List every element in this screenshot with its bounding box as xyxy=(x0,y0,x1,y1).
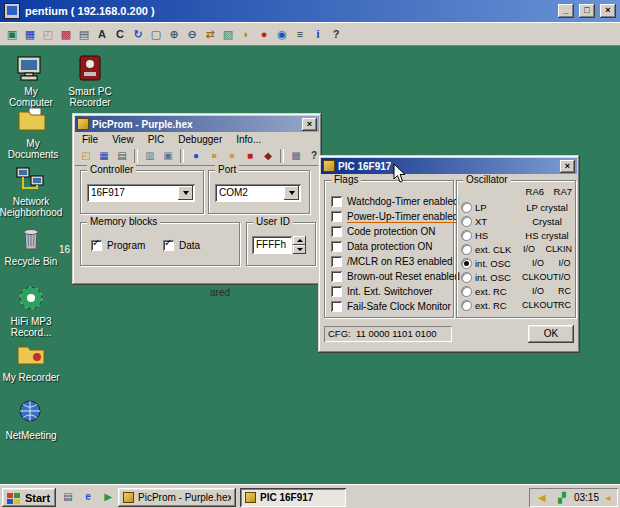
program-chip-icon[interactable]: » xyxy=(206,148,222,164)
oscillator-name: ext. RC xyxy=(475,300,519,311)
flag-checkbox[interactable] xyxy=(331,286,342,297)
close-button[interactable]: × xyxy=(600,4,616,18)
erase-chip-icon[interactable]: ◆ xyxy=(260,148,276,164)
hifi-mp3-icon xyxy=(15,282,47,314)
oscillator-radio[interactable] xyxy=(461,202,472,213)
viewer-titlebar[interactable]: pentium ( 192.168.0.200 ) _ □ × xyxy=(0,0,620,22)
fullscreen-icon[interactable]: ▢ xyxy=(148,26,164,42)
flag-checkbox[interactable] xyxy=(331,271,342,282)
file-transfer-icon[interactable]: ⇄ xyxy=(202,26,218,42)
save-file-icon[interactable]: ▦ xyxy=(96,148,112,164)
oscillator-name: int. OSC xyxy=(475,258,519,269)
ctrl-key-icon[interactable]: C xyxy=(112,26,128,42)
controller-combo[interactable]: 16F917 xyxy=(87,184,195,202)
program-checkbox[interactable] xyxy=(91,240,102,251)
oscillator-radio[interactable] xyxy=(461,216,472,227)
oscillator-radio[interactable] xyxy=(461,286,472,297)
save-connection-icon[interactable]: ▦ xyxy=(22,26,38,42)
volume-icon[interactable]: ◀ xyxy=(534,490,550,506)
internet-explorer-icon[interactable]: e xyxy=(80,489,96,505)
chat-icon[interactable]: ◗ xyxy=(238,26,254,42)
menu-file[interactable]: File xyxy=(75,133,105,146)
zoom-out-icon[interactable]: ⊖ xyxy=(184,26,200,42)
settings-icon[interactable]: ≡ xyxy=(292,26,308,42)
menu-info[interactable]: Info... xyxy=(229,133,268,146)
alt-key-icon[interactable]: A xyxy=(94,26,110,42)
open-file-icon[interactable]: ◰ xyxy=(78,148,94,164)
flag-checkbox[interactable] xyxy=(331,211,342,222)
oscillator-group-label: Oscillator xyxy=(463,174,511,186)
smart-pc-recorder-icon xyxy=(74,52,106,84)
menu-view[interactable]: View xyxy=(105,133,141,146)
start-button[interactable]: Start xyxy=(2,488,56,507)
desktop-icon-my-recorder[interactable]: My Recorder xyxy=(2,338,60,383)
task-button-pic-dialog[interactable]: PIC 16F917 xyxy=(240,488,346,507)
desktop-icon-my-documents[interactable]: My Documents xyxy=(2,104,64,160)
oscillator-radio[interactable] xyxy=(461,300,472,311)
my-recorder-icon xyxy=(15,338,47,370)
open-connection-icon[interactable]: ◰ xyxy=(40,26,56,42)
flag-checkbox[interactable] xyxy=(331,301,342,312)
verify-chip-icon[interactable]: « xyxy=(224,148,240,164)
refresh-icon[interactable]: ↻ xyxy=(130,26,146,42)
new-connection-icon[interactable]: ▣ xyxy=(4,26,20,42)
picprom-close-button[interactable]: × xyxy=(302,118,317,131)
zoom-in-icon[interactable]: ⊕ xyxy=(166,26,182,42)
menu-debugger[interactable]: Debugger xyxy=(171,133,229,146)
oscillator-radio[interactable] xyxy=(461,272,472,283)
notification-arrow-icon[interactable]: ◂ xyxy=(603,490,613,506)
ctrl-alt-del-icon[interactable]: ▩ xyxy=(58,26,74,42)
flag-row: /MCLR on RE3 enabled xyxy=(331,255,453,268)
network-status-icon[interactable]: ▞ xyxy=(554,490,570,506)
port-combo[interactable]: COM2 xyxy=(215,184,301,202)
picprom-titlebar[interactable]: PicProm - Purple.hex × xyxy=(75,116,319,132)
snapshot-icon[interactable]: ◉ xyxy=(274,26,290,42)
show-desktop-icon[interactable]: ▤ xyxy=(60,489,76,505)
media-player-icon[interactable]: ▶ xyxy=(100,489,116,505)
my-computer-icon xyxy=(15,52,47,84)
oscillator-radio[interactable] xyxy=(461,258,472,269)
task-button-picprom[interactable]: PicProm - Purple.hex xyxy=(118,488,236,507)
oscillator-radio[interactable] xyxy=(461,230,472,241)
config-chip-icon[interactable]: ▩ xyxy=(288,148,304,164)
controller-dropdown-button[interactable] xyxy=(178,186,193,200)
controller-group: Controller 16F917 xyxy=(80,170,204,214)
desktop-icon-my-computer[interactable]: My Computer xyxy=(2,52,60,108)
maximize-button[interactable]: □ xyxy=(579,4,595,18)
data-checkbox-label: Data xyxy=(179,240,200,251)
user-id-field[interactable]: FFFFh xyxy=(252,236,292,254)
menu-pic[interactable]: PIC xyxy=(141,133,172,146)
flag-checkbox[interactable] xyxy=(331,241,342,252)
oscillator-desc: Crystal xyxy=(522,216,572,227)
spin-up-button[interactable] xyxy=(293,236,306,245)
clipboard-icon[interactable]: ▧ xyxy=(220,26,236,42)
desktop-icon-smart-pc-recorder[interactable]: Smart PC Recorder xyxy=(62,52,118,108)
ctrl-esc-icon[interactable]: ▤ xyxy=(76,26,92,42)
data-checkbox[interactable] xyxy=(163,240,174,251)
minimize-button[interactable]: _ xyxy=(558,4,574,18)
desktop-icon-recycle-bin[interactable]: Recycle Bin xyxy=(2,222,60,267)
stop-icon[interactable]: ■ xyxy=(242,148,258,164)
chip-info-icon[interactable]: ▣ xyxy=(160,148,176,164)
flag-checkbox[interactable] xyxy=(331,196,342,207)
spin-down-button[interactable] xyxy=(293,245,306,254)
pic-dialog-close-button[interactable]: × xyxy=(560,160,575,173)
desktop[interactable]: My Computer Smart PC Recorder My Documen… xyxy=(0,46,620,484)
help-icon[interactable]: ? xyxy=(328,26,344,42)
oscillator-radio[interactable] xyxy=(461,244,472,255)
port-dropdown-button[interactable] xyxy=(284,186,299,200)
flag-checkbox[interactable] xyxy=(331,226,342,237)
hex-editor-icon[interactable]: ▥ xyxy=(142,148,158,164)
flag-checkbox[interactable] xyxy=(331,256,342,267)
desktop-icon-hifi-mp3[interactable]: HiFi MP3 Record... xyxy=(2,282,60,338)
record-icon[interactable]: ● xyxy=(256,26,272,42)
info-icon[interactable]: i xyxy=(310,26,326,42)
chevron-down-icon xyxy=(183,191,189,195)
desktop-icon-netmeeting[interactable]: NetMeeting xyxy=(2,396,60,441)
print-icon[interactable]: ▤ xyxy=(114,148,130,164)
pic-dialog-titlebar[interactable]: PIC 16F917 × xyxy=(321,158,577,174)
read-chip-icon[interactable]: ● xyxy=(188,148,204,164)
desktop-icon-network-neighborhood[interactable]: Network Neighborhood xyxy=(2,162,60,218)
user-id-value: FFFFh xyxy=(256,239,286,250)
ok-button[interactable]: OK xyxy=(528,325,574,343)
